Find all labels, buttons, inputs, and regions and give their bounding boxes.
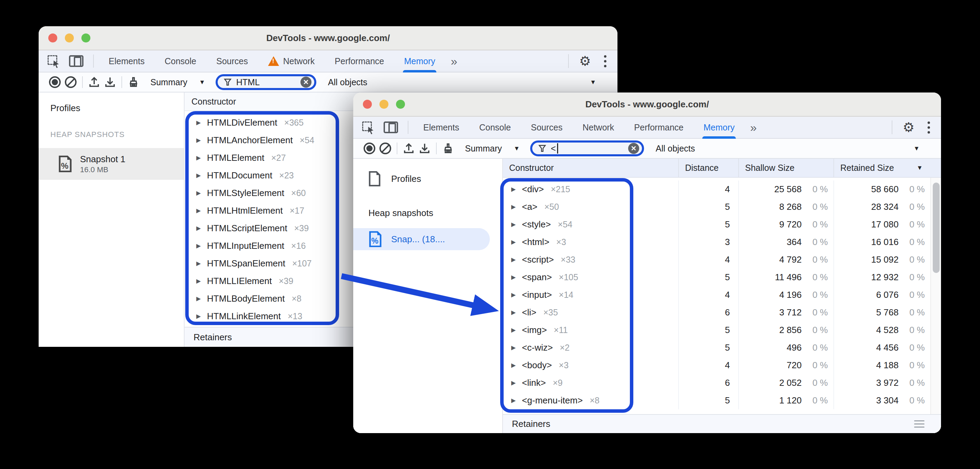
- settings-gear-icon[interactable]: ⚙: [903, 121, 915, 134]
- constructor-row[interactable]: ▶ <script> ×33 4 4 792 0 % 15 092: [503, 251, 941, 268]
- tab-elements[interactable]: Elements: [413, 116, 469, 138]
- snapshot-file-icon: %: [58, 156, 72, 172]
- tab-memory[interactable]: Memory: [694, 116, 745, 138]
- disclosure-triangle-icon[interactable]: ▶: [511, 274, 516, 281]
- disclosure-triangle-icon[interactable]: ▶: [196, 207, 201, 214]
- constructor-row[interactable]: ▶ <img> ×11 5 2 856 0 % 4 528: [503, 321, 941, 339]
- retainers-menu-icon[interactable]: [914, 420, 924, 428]
- class-filter-input[interactable]: < ✕: [530, 140, 644, 156]
- disclosure-triangle-icon[interactable]: ▶: [196, 172, 201, 179]
- disclosure-triangle-icon[interactable]: ▶: [511, 186, 516, 193]
- vertical-scrollbar[interactable]: [930, 178, 941, 414]
- constructor-row[interactable]: ▶ <style> ×54 5 9 720 0 % 17 080: [503, 216, 941, 233]
- maximize-window-button[interactable]: [396, 100, 405, 109]
- disclosure-triangle-icon[interactable]: ▶: [511, 379, 516, 386]
- disclosure-triangle-icon[interactable]: ▶: [511, 362, 516, 369]
- save-profile-icon[interactable]: [102, 74, 118, 90]
- maximize-window-button[interactable]: [81, 34, 91, 43]
- settings-gear-icon[interactable]: ⚙: [579, 54, 591, 68]
- close-window-button[interactable]: [48, 34, 57, 43]
- titlebar[interactable]: DevTools - www.google.com/: [39, 26, 617, 50]
- minimize-window-button[interactable]: [379, 100, 388, 109]
- disclosure-triangle-icon[interactable]: ▶: [511, 397, 516, 404]
- disclosure-triangle-icon[interactable]: ▶: [511, 203, 516, 211]
- disclosure-triangle-icon[interactable]: ▶: [511, 327, 516, 334]
- clear-profiles-icon[interactable]: [377, 140, 393, 156]
- constructor-row[interactable]: ▶ <span> ×105 5 11 496 0 % 12 932: [503, 268, 941, 286]
- instance-count: ×105: [559, 272, 578, 282]
- device-toolbar-icon[interactable]: [383, 121, 398, 133]
- perspective-dropdown[interactable]: Summary ▼: [465, 144, 520, 153]
- disclosure-triangle-icon[interactable]: ▶: [511, 291, 516, 298]
- disclosure-triangle-icon[interactable]: ▶: [511, 309, 516, 316]
- devtools-tabbar: Elements Console Sources Network Perform…: [353, 116, 941, 139]
- load-profile-icon[interactable]: [401, 140, 417, 156]
- snapshot-item-selected[interactable]: % Snap... (18....: [353, 228, 490, 250]
- minimize-window-button[interactable]: [65, 34, 74, 43]
- tab-network[interactable]: Network: [258, 50, 325, 72]
- objects-scope-dropdown[interactable]: All objects ▼: [328, 77, 596, 87]
- tab-network[interactable]: Network: [573, 116, 624, 138]
- snapshot-item-selected[interactable]: % Snapshot 1 16.0 MB: [39, 148, 184, 180]
- sidebar-item-profiles[interactable]: Profiles: [353, 159, 502, 187]
- tab-performance[interactable]: Performance: [624, 116, 694, 138]
- disclosure-triangle-icon[interactable]: ▶: [196, 295, 201, 302]
- disclosure-triangle-icon[interactable]: ▶: [196, 313, 201, 320]
- clear-profiles-icon[interactable]: [63, 74, 79, 90]
- column-header-distance[interactable]: Distance: [678, 159, 738, 177]
- constructor-row[interactable]: ▶ <c-wiz> ×2 5 496 0 % 4 456 0: [503, 339, 941, 356]
- constructor-row[interactable]: ▶ <li> ×35 6 3 712 0 % 5 768 0: [503, 304, 941, 321]
- disclosure-triangle-icon[interactable]: ▶: [511, 238, 516, 246]
- clear-brush-icon[interactable]: [440, 140, 456, 156]
- tab-sources[interactable]: Sources: [206, 50, 258, 72]
- tab-console[interactable]: Console: [154, 50, 206, 72]
- perspective-dropdown[interactable]: Summary ▼: [150, 77, 205, 87]
- disclosure-triangle-icon[interactable]: ▶: [196, 119, 201, 126]
- objects-scope-dropdown[interactable]: All objects ▼: [656, 144, 920, 153]
- inspect-element-icon[interactable]: [361, 121, 375, 134]
- disclosure-triangle-icon[interactable]: ▶: [196, 225, 201, 232]
- disclosure-triangle-icon[interactable]: ▶: [511, 221, 516, 228]
- close-window-button[interactable]: [363, 100, 372, 109]
- scrollbar-thumb[interactable]: [933, 183, 940, 273]
- tab-memory[interactable]: Memory: [394, 50, 445, 72]
- constructor-row[interactable]: ▶ <body> ×3 4 720 0 % 4 188 0: [503, 356, 941, 374]
- titlebar[interactable]: DevTools - www.google.com/: [353, 93, 941, 116]
- retained-size-value: 4 528: [834, 325, 899, 335]
- record-heap-snapshot-icon[interactable]: [361, 140, 377, 156]
- disclosure-triangle-icon[interactable]: ▶: [196, 242, 201, 249]
- clear-filter-icon[interactable]: ✕: [628, 143, 639, 154]
- device-toolbar-icon[interactable]: [69, 55, 83, 67]
- disclosure-triangle-icon[interactable]: ▶: [196, 260, 201, 267]
- kebab-menu-icon[interactable]: [601, 54, 609, 69]
- save-profile-icon[interactable]: [417, 140, 433, 156]
- disclosure-triangle-icon[interactable]: ▶: [196, 154, 201, 161]
- tab-console[interactable]: Console: [469, 116, 521, 138]
- load-profile-icon[interactable]: [86, 74, 102, 90]
- kebab-menu-icon[interactable]: [925, 120, 933, 135]
- column-header-constructor[interactable]: Constructor: [503, 159, 678, 177]
- inspect-element-icon[interactable]: [47, 54, 60, 68]
- column-header-shallow-size[interactable]: Shallow Size: [738, 159, 834, 177]
- disclosure-triangle-icon[interactable]: ▶: [196, 278, 201, 285]
- tab-elements[interactable]: Elements: [99, 50, 154, 72]
- disclosure-triangle-icon[interactable]: ▶: [511, 256, 516, 263]
- constructor-row[interactable]: ▶ <link> ×9 6 2 052 0 % 3 972: [503, 374, 941, 392]
- more-tabs-icon[interactable]: »: [745, 121, 762, 134]
- column-header-retained-size[interactable]: Retained Size ▼: [834, 159, 930, 177]
- constructor-row[interactable]: ▶ <div> ×215 4 25 568 0 % 58 660: [503, 180, 941, 198]
- constructor-row[interactable]: ▶ <g-menu-item> ×8 5 1 120 0 % 3 304: [503, 392, 941, 409]
- tab-sources[interactable]: Sources: [521, 116, 573, 138]
- tab-performance[interactable]: Performance: [325, 50, 394, 72]
- clear-brush-icon[interactable]: [126, 74, 142, 90]
- constructor-row[interactable]: ▶ <input> ×14 4 4 196 0 % 6 076: [503, 286, 941, 304]
- disclosure-triangle-icon[interactable]: ▶: [196, 137, 201, 144]
- constructor-row[interactable]: ▶ <a> ×50 5 8 268 0 % 28 324 0: [503, 198, 941, 216]
- record-heap-snapshot-icon[interactable]: [47, 74, 63, 90]
- disclosure-triangle-icon[interactable]: ▶: [196, 190, 201, 197]
- class-filter-input[interactable]: HTML ✕: [216, 74, 316, 90]
- disclosure-triangle-icon[interactable]: ▶: [511, 344, 516, 351]
- constructor-row[interactable]: ▶ <html> ×3 3 364 0 % 16 016 0: [503, 233, 941, 251]
- more-tabs-icon[interactable]: »: [445, 54, 462, 68]
- clear-filter-icon[interactable]: ✕: [301, 77, 312, 88]
